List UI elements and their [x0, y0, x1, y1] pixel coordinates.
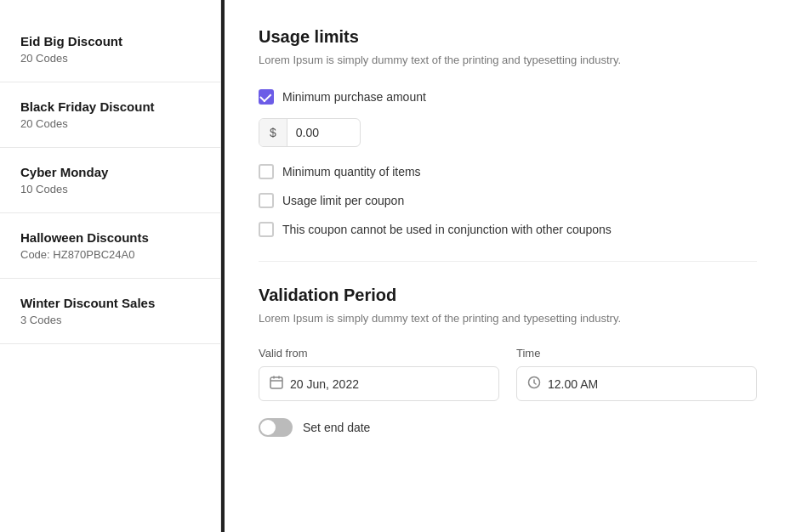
section-divider — [259, 261, 757, 262]
sidebar-item-winter[interactable]: Winter Discount Sales 3 Codes — [0, 279, 220, 344]
calendar-icon — [270, 376, 283, 392]
no-conjunction-label: This coupon cannot be used in conjunctio… — [282, 223, 612, 236]
sidebar-item-cyber-monday-title: Cyber Monday — [20, 165, 200, 179]
sidebar-item-cyber-monday[interactable]: Cyber Monday 10 Codes — [0, 148, 220, 213]
usage-limits-section: Usage limits Lorem Ipsum is simply dummy… — [259, 27, 757, 237]
time-label: Time — [516, 347, 757, 359]
set-end-date-label: Set end date — [303, 421, 370, 434]
no-conjunction-row: This coupon cannot be used in conjunctio… — [259, 222, 757, 237]
set-end-date-toggle[interactable] — [259, 418, 293, 437]
sidebar-item-halloween-title: Halloween Discounts — [20, 230, 200, 245]
valid-from-input[interactable]: 20 Jun, 2022 — [259, 366, 499, 401]
validation-period-title: Validation Period — [259, 286, 757, 305]
usage-limit-checkbox[interactable] — [259, 193, 274, 208]
usage-limits-title: Usage limits — [259, 27, 757, 47]
clock-icon — [527, 376, 541, 392]
min-qty-row: Minimum quantity of items — [259, 164, 757, 179]
min-purchase-label: Minimum purchase amount — [282, 90, 426, 104]
time-input[interactable]: 12.00 AM — [516, 366, 757, 401]
currency-prefix: $ — [259, 119, 287, 146]
validation-grid: Valid from 20 Jun, 2022 Time — [259, 347, 757, 401]
main-content: Usage limits Lorem Ipsum is simply dummy… — [225, 0, 791, 532]
validation-period-section: Validation Period Lorem Ipsum is simply … — [259, 286, 757, 438]
usage-limit-row: Usage limit per coupon — [259, 193, 757, 208]
amount-input-group: $ — [259, 118, 361, 147]
sidebar-item-cyber-monday-sub: 10 Codes — [20, 183, 200, 195]
sidebar-item-halloween-sub: Code: HZ870PBC24A0 — [20, 248, 200, 261]
usage-limits-desc: Lorem Ipsum is simply dummy text of the … — [259, 52, 757, 69]
sidebar-item-winter-title: Winter Discount Sales — [20, 296, 200, 310]
time-value: 12.00 AM — [548, 377, 598, 391]
set-end-date-row: Set end date — [259, 418, 757, 437]
usage-limit-label: Usage limit per coupon — [282, 194, 404, 207]
validation-period-desc: Lorem Ipsum is simply dummy text of the … — [259, 310, 757, 327]
valid-from-label: Valid from — [259, 347, 499, 359]
sidebar-item-eid-title: Eid Big Discount — [20, 34, 200, 48]
sidebar-item-black-friday[interactable]: Black Friday Discount 20 Codes — [0, 82, 220, 148]
valid-from-group: Valid from 20 Jun, 2022 — [259, 347, 499, 401]
time-group: Time 12.00 AM — [516, 347, 757, 401]
amount-input[interactable] — [287, 119, 347, 146]
min-purchase-checkbox[interactable] — [259, 89, 274, 105]
min-qty-checkbox[interactable] — [259, 164, 274, 179]
min-qty-label: Minimum quantity of items — [282, 165, 421, 178]
svg-rect-0 — [270, 377, 282, 388]
valid-from-value: 20 Jun, 2022 — [290, 377, 359, 391]
sidebar-item-eid[interactable]: Eid Big Discount 20 Codes — [0, 17, 220, 82]
sidebar-item-halloween[interactable]: Halloween Discounts Code: HZ870PBC24A0 — [0, 213, 220, 279]
sidebar-item-eid-sub: 20 Codes — [20, 52, 200, 65]
sidebar-item-black-friday-sub: 20 Codes — [20, 117, 200, 130]
sidebar-item-winter-sub: 3 Codes — [20, 314, 200, 326]
sidebar: Eid Big Discount 20 Codes Black Friday D… — [0, 0, 221, 532]
sidebar-item-black-friday-title: Black Friday Discount — [20, 99, 200, 114]
no-conjunction-checkbox[interactable] — [259, 222, 274, 237]
min-purchase-row: Minimum purchase amount — [259, 89, 757, 105]
